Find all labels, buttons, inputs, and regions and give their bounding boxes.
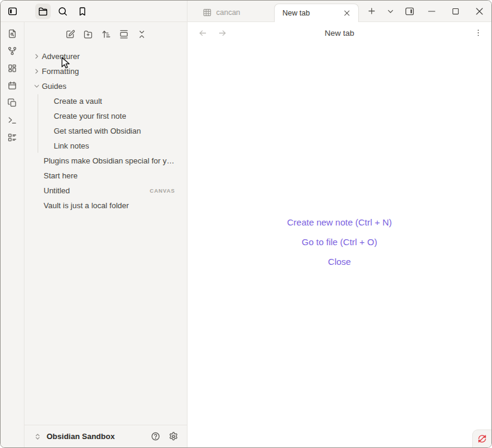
file-untitled-canvas[interactable]: Untitled CANVAS bbox=[24, 183, 187, 198]
folder-plus-icon bbox=[83, 29, 93, 39]
tabs: cancan New tab bbox=[193, 1, 359, 21]
arrow-left-icon bbox=[198, 28, 208, 38]
file-label: Vault is just a local folder bbox=[44, 201, 129, 210]
command-palette-button[interactable] bbox=[5, 113, 20, 128]
tab-close-button[interactable] bbox=[340, 7, 353, 20]
tab-bar: cancan New tab bbox=[187, 1, 491, 22]
tab-list-button[interactable] bbox=[382, 4, 399, 19]
file-start-here[interactable]: Start here bbox=[24, 168, 187, 183]
file-label: Plugins make Obsidian special for you bbox=[44, 156, 175, 165]
search-tab-button[interactable] bbox=[55, 4, 70, 19]
help-circle-icon bbox=[150, 431, 161, 441]
settings-button[interactable] bbox=[166, 430, 180, 444]
new-note-button[interactable] bbox=[63, 27, 77, 41]
go-to-file-link[interactable]: Go to file (Ctrl + O) bbox=[302, 237, 377, 248]
chevron-down-icon bbox=[386, 7, 395, 16]
create-new-note-link[interactable]: Create new note (Ctrl + N) bbox=[287, 217, 392, 228]
file-tree: Adventurer Formatting Guides Crea bbox=[24, 44, 187, 425]
chevrons-down-up-icon bbox=[137, 29, 147, 39]
obsidian-window: cancan New tab bbox=[0, 0, 492, 448]
tab-label: cancan bbox=[216, 8, 240, 17]
close-link[interactable]: Close bbox=[328, 257, 350, 267]
plus-icon bbox=[367, 6, 377, 16]
folder-icon bbox=[38, 6, 48, 17]
titlebar-left bbox=[1, 1, 187, 22]
minimize-button[interactable] bbox=[420, 1, 444, 21]
file-get-started-with-obsidian[interactable]: Get started with Obsidian bbox=[24, 123, 187, 138]
canvas-button[interactable] bbox=[5, 61, 20, 76]
bookmark-icon bbox=[77, 6, 88, 17]
file-create-your-first-note[interactable]: Create your first note bbox=[24, 109, 187, 123]
history-nav bbox=[195, 26, 229, 40]
tab-actions bbox=[362, 1, 419, 21]
collapse-all-button[interactable] bbox=[134, 27, 149, 41]
bookmarks-tab-button[interactable] bbox=[75, 4, 90, 19]
vault-name: Obsidian Sandbox bbox=[47, 432, 115, 441]
tab-new-tab[interactable]: New tab bbox=[274, 4, 359, 22]
quick-switcher-button[interactable] bbox=[5, 26, 20, 41]
file-label: Create a vault bbox=[54, 97, 102, 106]
view-title: New tab bbox=[187, 29, 491, 38]
file-explorer: Adventurer Formatting Guides Crea bbox=[24, 22, 187, 447]
explorer-toolbar bbox=[24, 24, 187, 44]
templates-button[interactable] bbox=[5, 95, 20, 110]
file-label: Start here bbox=[44, 171, 78, 180]
canvas-badge: CANVAS bbox=[150, 188, 175, 194]
view-header: New tab bbox=[187, 22, 491, 44]
file-label: Create your first note bbox=[54, 112, 126, 121]
forward-button[interactable] bbox=[215, 26, 229, 40]
sync-status-button[interactable] bbox=[472, 430, 491, 447]
new-tab-button[interactable] bbox=[362, 4, 380, 19]
file-label: Untitled bbox=[44, 186, 70, 195]
folder-label: Guides bbox=[42, 82, 66, 91]
panel-left-icon bbox=[7, 6, 18, 17]
toggle-right-sidebar-button[interactable] bbox=[401, 4, 419, 19]
file-create-a-vault[interactable]: Create a vault bbox=[24, 94, 187, 109]
help-button[interactable] bbox=[148, 430, 162, 444]
vault-switcher[interactable]: Obsidian Sandbox bbox=[33, 432, 115, 441]
toggle-left-sidebar-button[interactable] bbox=[5, 4, 20, 19]
folder-guides[interactable]: Guides bbox=[24, 79, 187, 94]
panel-right-icon bbox=[404, 6, 415, 17]
window-controls bbox=[420, 1, 491, 21]
maximize-icon bbox=[450, 5, 462, 17]
file-plugins-make-obsidian-special[interactable]: Plugins make Obsidian special for you bbox=[24, 153, 187, 168]
layout-dashboard-icon bbox=[7, 63, 17, 73]
folder-label: Adventurer bbox=[42, 52, 80, 61]
left-ribbon bbox=[1, 22, 24, 447]
file-link-notes[interactable]: Link notes bbox=[24, 138, 187, 153]
folder-label: Formatting bbox=[42, 67, 79, 76]
maximize-button[interactable] bbox=[444, 1, 468, 21]
minimize-icon bbox=[426, 5, 438, 17]
vault-footer-actions bbox=[148, 430, 180, 444]
close-icon bbox=[473, 5, 485, 17]
tab-cancan[interactable]: cancan bbox=[193, 4, 274, 21]
graph-icon bbox=[7, 46, 17, 56]
folder-guides-children: Create a vault Create your first note Ge… bbox=[24, 94, 187, 153]
arrow-up-narrow-wide-icon bbox=[101, 29, 111, 39]
chevrons-up-down-icon bbox=[33, 432, 42, 441]
file-label: Link notes bbox=[54, 141, 89, 150]
square-pen-icon bbox=[65, 29, 75, 39]
file-vault-is-just-a-local-folder[interactable]: Vault is just a local folder bbox=[24, 198, 187, 213]
table-icon bbox=[202, 8, 212, 17]
files-tab-button[interactable] bbox=[35, 4, 51, 19]
more-options-button[interactable] bbox=[471, 26, 485, 40]
chevron-right-icon bbox=[33, 52, 42, 60]
folder-formatting[interactable]: Formatting bbox=[24, 64, 187, 79]
chevron-down-icon bbox=[33, 82, 42, 90]
outline-button[interactable] bbox=[5, 130, 20, 145]
daily-note-button[interactable] bbox=[5, 78, 20, 93]
arrow-right-icon bbox=[217, 28, 227, 38]
titlebar: cancan New tab bbox=[1, 1, 491, 22]
gallery-vertical-button[interactable] bbox=[116, 27, 131, 41]
layout-list-icon bbox=[7, 132, 17, 143]
sort-order-button[interactable] bbox=[99, 27, 113, 41]
back-button[interactable] bbox=[195, 26, 210, 40]
close-window-button[interactable] bbox=[468, 1, 491, 21]
gallery-vertical-icon bbox=[119, 29, 129, 39]
graph-view-button[interactable] bbox=[5, 44, 20, 58]
new-folder-button[interactable] bbox=[81, 27, 95, 41]
folder-adventurer[interactable]: Adventurer bbox=[24, 49, 187, 64]
empty-state: Create new note (Ctrl + N) Go to file (C… bbox=[187, 44, 491, 447]
